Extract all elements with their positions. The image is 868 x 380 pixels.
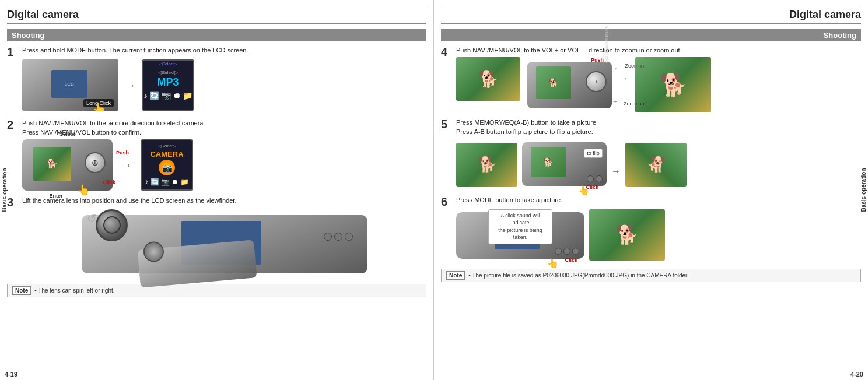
step-3-camera-area: 📺 ↺ (22, 209, 426, 278)
step-4-content: Push NAVI/MENU/VOL to the VOL+ or VOL— d… (456, 46, 861, 112)
step-6-number: 6 (441, 196, 454, 207)
camera-label: CAMERA (150, 150, 183, 159)
step-5-content: Press MEMORY/EQ(A-B) button to take a pi… (456, 118, 861, 190)
section-title-right: Shooting (824, 31, 856, 40)
step-2-text: Push NAVI/MENU/VOL to the ⏮ or ⏭ directi… (22, 119, 426, 137)
arrow-right-2: → (121, 159, 132, 172)
step-5-camera: 🐕 to flip Click 👆 (522, 139, 607, 190)
step-4-number: 4 (441, 46, 454, 58)
step-5-number: 5 (441, 118, 454, 130)
step-5-images: 🐕 🐕 to flip (456, 139, 861, 190)
step-5-dog-2: 🐕 (625, 143, 687, 187)
zoom-out-label: Zoom out (624, 101, 646, 107)
step-6-camera: LCD A click sound will indicate the pict… (456, 207, 584, 263)
step-6: 6 Press MODE button to take a picture. L… (441, 196, 861, 262)
step-2: 2 Push NAVI/MENU/VOL to the ⏮ or ⏭ direc… (7, 119, 426, 191)
arrow-right-5: → (611, 166, 621, 177)
sound-box: A click sound will indicate the picture … (488, 209, 552, 244)
sidebar-label-right: Basic operation (860, 168, 867, 212)
step-6-images: LCD A click sound will indicate the pict… (456, 207, 861, 263)
page-title-left: Digital camera (7, 9, 426, 24)
step-3-text: Lift the camera lens into position and u… (22, 196, 426, 205)
step-5-dog-1: 🐕 (456, 143, 517, 187)
step-4: 4 Push NAVI/MENU/VOL to the VOL+ or VOL—… (441, 46, 861, 112)
step-6-text: Press MODE button to take a picture. (456, 196, 861, 205)
step-1-camera-image: LCD Long Click 👆 (22, 59, 118, 111)
step-4-dog-photo-1: 🐕 (456, 57, 520, 101)
page-number-left: 4-19 (5, 371, 18, 378)
step-2-menu: ◁Select▷ CAMERA 📷 ♪🔄📷⏺📁 (141, 139, 193, 191)
step-1-images: LCD Long Click 👆 → ◁Select▷ MP3 ♪🔄📷⏺📁 (22, 57, 426, 113)
step-3-content: Lift the camera lens into position and u… (22, 196, 426, 277)
arrow-right-4: → (619, 73, 628, 84)
note-text-right: • The picture file is saved as P0206000.… (468, 272, 688, 279)
right-page: Basic operation Digital camera Shooting … (434, 0, 868, 380)
step-4-images: 🐕 🐕 + NAVI/MENU/CAMERA INFO (456, 57, 861, 112)
step-2-number: 2 (7, 119, 20, 131)
section-header-right: Shooting (441, 29, 861, 41)
page-number-right: 4-20 (850, 371, 863, 378)
step-6-content: Press MODE button to take a picture. LCD… (456, 196, 861, 262)
note-box-left: Note • The lens can spin left or right. (7, 284, 426, 297)
step-5-text: Press MEMORY/EQ(A-B) button to take a pi… (456, 118, 861, 136)
section-title-left: Shooting (12, 31, 44, 40)
step-1-content: Press and hold MODE button. The current … (22, 46, 426, 113)
step-4-text: Push NAVI/MENU/VOL to the VOL+ or VOL— d… (456, 46, 861, 55)
step-4-push-label: Push (591, 57, 604, 63)
step-5: 5 Press MEMORY/EQ(A-B) button to take a … (441, 118, 861, 190)
flip-label: to flip (584, 149, 603, 158)
mp3-label: MP3 (157, 76, 178, 89)
step-1-text: Press and hold MODE button. The current … (22, 46, 426, 55)
step-6-click: Click (565, 257, 578, 263)
note-text-left: • The lens can spin left or right. (34, 287, 114, 294)
step-1-menu-screen: ◁Select▷ MP3 ♪🔄📷⏺📁 ◁Select▷ (142, 59, 194, 111)
note-box-right: Note • The picture file is saved as P020… (441, 269, 861, 282)
step-4-dog-photo-2: 🐕 (635, 57, 711, 112)
step-3-camera: 📺 ↺ (82, 209, 368, 278)
left-page: Basic operation Digital camera Shooting … (0, 0, 434, 380)
page-title-right: Digital camera (441, 9, 861, 24)
step-3-number: 3 (7, 196, 20, 208)
select-label: Select (60, 131, 75, 137)
push-label: Push (116, 150, 129, 156)
step-2-content: Push NAVI/MENU/VOL to the ⏮ or ⏭ directi… (22, 119, 426, 191)
section-header-left: Shooting (7, 29, 426, 41)
step-6-dog-result: 🐕 (589, 209, 665, 261)
step-2-camera: 🐕 ⊕ Select Push Click Enter 👆 (22, 139, 113, 191)
note-label-left: Note (12, 286, 31, 295)
arrow-right-1: → (124, 79, 136, 92)
step-4-camera: 🐕 + NAVI/MENU/CAMERA INFO Push Zoom in Z… (527, 57, 612, 112)
click-label-s2: Click (103, 180, 116, 185)
step-1: 1 Press and hold MODE button. The curren… (7, 46, 426, 113)
step-1-number: 1 (7, 46, 20, 58)
step-3: 3 Lift the camera lens into position and… (7, 196, 426, 277)
zoom-in-label: Zoom in (625, 63, 644, 69)
note-label-right: Note (446, 271, 465, 280)
step-2-images: 🐕 ⊕ Select Push Click Enter 👆 (22, 139, 426, 191)
